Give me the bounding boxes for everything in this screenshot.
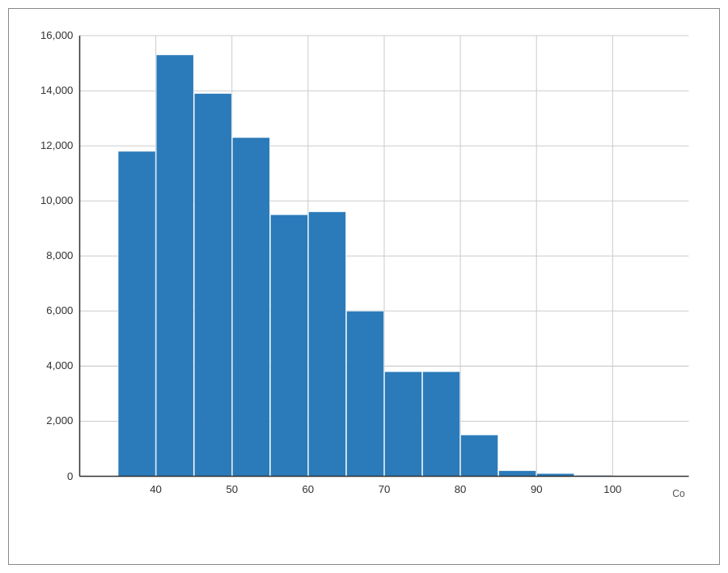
- svg-text:90: 90: [531, 483, 543, 495]
- svg-text:70: 70: [379, 483, 391, 495]
- svg-text:2,000: 2,000: [46, 414, 73, 427]
- svg-rect-36: [270, 214, 307, 476]
- svg-text:60: 60: [303, 483, 315, 495]
- svg-text:6,000: 6,000: [46, 304, 73, 316]
- svg-rect-38: [346, 311, 383, 476]
- svg-text:10,000: 10,000: [40, 194, 73, 206]
- svg-text:80: 80: [455, 483, 467, 495]
- svg-text:Co: Co: [672, 488, 685, 499]
- svg-rect-37: [308, 212, 345, 477]
- chart-area: 02,0004,0006,0008,00010,00012,00014,0001…: [66, 32, 703, 501]
- chart-container: 02,0004,0006,0008,00010,00012,00014,0001…: [8, 8, 720, 565]
- svg-rect-33: [156, 55, 193, 477]
- svg-rect-32: [118, 151, 155, 476]
- svg-rect-42: [499, 471, 536, 477]
- svg-text:40: 40: [150, 483, 162, 495]
- svg-text:100: 100: [603, 483, 621, 495]
- svg-rect-40: [423, 371, 460, 476]
- svg-text:14,000: 14,000: [40, 84, 73, 96]
- svg-text:0: 0: [67, 470, 73, 482]
- svg-text:4,000: 4,000: [46, 359, 73, 371]
- histogram-svg: 02,0004,0006,0008,00010,00012,00014,0001…: [66, 32, 703, 501]
- svg-text:12,000: 12,000: [40, 139, 73, 151]
- svg-rect-34: [194, 94, 231, 477]
- svg-rect-41: [461, 435, 498, 476]
- svg-rect-39: [385, 371, 422, 476]
- svg-text:8,000: 8,000: [46, 249, 73, 261]
- svg-text:16,000: 16,000: [40, 29, 73, 41]
- svg-text:50: 50: [226, 483, 238, 495]
- svg-rect-35: [232, 138, 269, 476]
